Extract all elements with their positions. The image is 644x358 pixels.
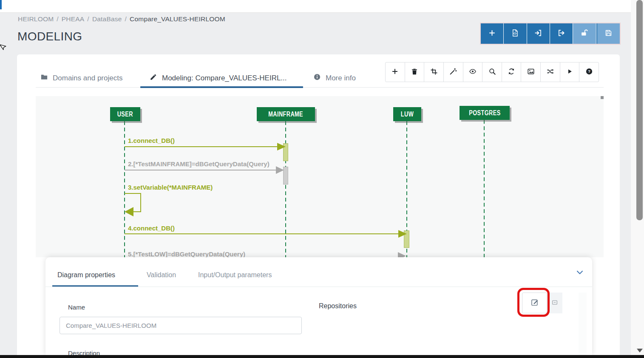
add-button[interactable] [481,23,503,44]
tab-more-info[interactable]: More info [313,68,356,88]
unlock-icon [580,29,588,39]
chevron-down-icon [575,271,584,278]
help-icon: ? [585,68,593,77]
play-icon [566,68,573,77]
info-icon [313,73,321,83]
arrowhead [398,252,406,257]
minus-square-icon [551,299,558,307]
message-label[interactable]: 5.[*TestLOW]=dBGetQueryData(Query) [128,250,245,257]
tab-domains-and-projects[interactable]: Domains and projects [40,68,122,88]
browser-top-strip [0,0,644,13]
sign-in-icon [534,29,542,39]
add-element-button[interactable] [386,63,405,82]
refresh-button[interactable] [502,63,521,82]
lifeline-box-luw[interactable]: LUW [393,107,421,121]
taskbar-edge [0,355,644,358]
image-icon [527,68,535,77]
plus-icon [391,68,399,77]
lifeline-user [124,121,125,257]
arrowhead [276,166,284,174]
eye-icon [469,68,477,77]
folder-icon [40,73,48,83]
description-field-label: Description [68,349,100,355]
svg-text:?: ? [588,69,590,74]
tab-label: Domains and projects [53,74,122,82]
lifeline-box-mainframe[interactable]: MAINFRAME [257,107,315,121]
active-tab-indicator [140,86,303,88]
tabs-divider [36,87,604,88]
shuffle-icon [546,68,554,77]
browser-scrollbar-track[interactable] [631,0,644,358]
panel-tab-diagram-properties[interactable]: Diagram properties [57,271,115,279]
panel-scrollbar-track[interactable] [579,293,587,355]
search-icon [488,68,496,77]
sequence-diagram-canvas[interactable]: USER MAINFRAME LUW POSTGRES 1.connect_DB… [36,96,604,257]
self-message-side [140,193,141,212]
message-label[interactable]: 4.connect_DB() [128,224,175,232]
magic-wand-icon [449,68,457,77]
diagram-toolbar: ? [385,62,599,82]
help-button[interactable]: ? [579,63,599,82]
collapse-panel-button[interactable] [575,268,584,277]
breadcrumb: HEIRLOOM/PHEAA/DataBase/Compare_VALUES-H… [18,15,225,23]
plus-icon [488,29,496,39]
message-label[interactable]: 1.connect_DB() [128,137,175,144]
arrowhead [398,230,407,238]
message-line [125,233,398,234]
panel-tabs-divider [45,287,592,287]
rearrange-button[interactable] [540,63,560,82]
zoom-button[interactable] [482,63,502,82]
file-code-icon [511,29,519,39]
self-message-bottom [132,211,141,212]
canvas-scrollbar-dot [601,96,604,99]
refresh-icon [508,68,515,77]
lifeline-box-postgres[interactable]: POSTGRES [460,106,510,120]
file-code-button[interactable] [504,23,526,44]
page-title: MODELING [17,30,82,43]
arrowhead [277,143,286,151]
name-field-label: Name [68,304,85,311]
sign-out-icon [557,29,565,39]
save-button[interactable] [596,23,620,44]
message-line [125,170,276,170]
arrowhead [125,207,133,216]
mouse-cursor [0,43,8,52]
properties-panel: Diagram properties Validation Input/Outp… [45,257,592,355]
breadcrumb-item-current: Compare_VALUES-HEIRLOOM [130,15,225,23]
export-button[interactable] [550,23,573,44]
pencil-square-icon [531,298,539,308]
breadcrumb-item[interactable]: HEIRLOOM [18,15,54,23]
view-button[interactable] [463,63,482,82]
unlock-button[interactable] [573,23,596,44]
edit-repositories-button[interactable] [522,293,547,313]
panel-tab-validation[interactable]: Validation [147,271,176,279]
message-label[interactable]: 3.setVariable(*MAINFRAME) [128,184,213,191]
lifeline-postgres [484,120,485,257]
crop-button[interactable] [424,63,443,82]
lifeline-box-user[interactable]: USER [110,107,140,121]
message-line [125,146,278,147]
save-icon [604,29,613,39]
name-input[interactable] [60,317,302,334]
repositories-remove-button[interactable] [547,293,562,313]
scroll-down-arrow-icon[interactable] [637,349,643,352]
pencil-icon [150,73,157,83]
image-button[interactable] [521,63,540,82]
browser-accent-tick [0,0,2,9]
run-button[interactable] [560,63,579,82]
import-button[interactable] [527,23,550,44]
panel-tab-io-parameters[interactable]: Input/Output parameters [198,271,272,279]
self-message-top [125,193,141,194]
trash-icon [411,68,418,77]
breadcrumb-item[interactable]: PHEAA [62,15,85,23]
message-label[interactable]: 2.[*TestMAINFRAME]=dBGetQueryData(Query) [128,160,270,168]
tab-modeling[interactable]: Modeling: Compare_VALUES-HEIRL... [150,68,287,88]
magic-wand-button[interactable] [443,63,463,82]
delete-button[interactable] [405,63,424,82]
repositories-label: Repositories [319,302,357,310]
tab-label: More info [326,74,356,82]
tab-label: Modeling: Compare_VALUES-HEIRL... [162,74,287,82]
breadcrumb-item[interactable]: DataBase [92,15,122,23]
model-actions-toolbar [481,23,620,44]
browser-scrollbar-thumb[interactable] [636,0,643,220]
